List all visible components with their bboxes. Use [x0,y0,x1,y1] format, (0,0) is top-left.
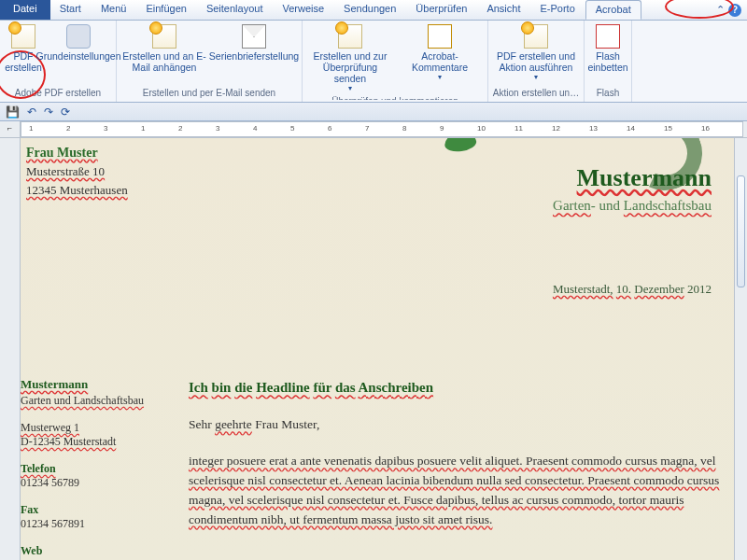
letter-headline: Ich bin die Headline für das Anschreiben [189,377,728,399]
aktion-button[interactable]: PDF erstellen und Aktion ausführen▾ [492,22,580,83]
ruler-tick: 14 [627,124,635,133]
ruler-tick: 3 [104,124,107,133]
body-paragraph: integer posuere erat a ante venenatis da… [189,452,728,530]
ribbon: PDF erstellenGrundeinstellungenAdobe PDF… [0,21,747,103]
ruler-tick: 16 [701,124,710,133]
save-icon[interactable]: 💾 [6,105,20,119]
ruler-corner: ⌐ [0,121,21,137]
ruler-tick: 8 [402,124,406,133]
tab-überprüfen[interactable]: Überprüfen [406,0,477,20]
company-tag-2: - und [591,198,624,213]
ruler-tick: 3 [216,124,219,133]
button-label: Grundeinstellungen [35,50,120,62]
ribbon-tabbar: Datei StartMenüEinfügenSeitenlayoutVerwe… [0,0,747,21]
vertical-ruler[interactable] [0,138,21,560]
gear-icon [66,24,91,49]
group-label: Aktion erstellen un… [492,86,580,100]
recipient-name: Frau Muster [26,146,717,161]
ruler-tick: 1 [141,124,145,133]
flash-icon [596,24,620,49]
tab-menü[interactable]: Menü [92,0,137,20]
ruler-tick: 12 [552,124,560,133]
redo-icon[interactable]: ↷ [44,105,53,119]
headline-word: Anschreiben [359,380,434,395]
tab-file[interactable]: Datei [0,0,50,20]
pdf-icon [11,24,35,49]
pdf-icon [338,24,362,49]
letter-date: Musterstadt, 10. Dezember 2012 [553,282,712,297]
tab-einfügen[interactable]: Einfügen [136,0,196,20]
grundeinstellungen-button[interactable]: Grundeinstellungen [45,22,112,63]
headline-word: für [313,380,331,395]
flash-button[interactable]: Flash einbetten [588,22,627,75]
tab-sendungen[interactable]: Sendungen [334,0,406,20]
button-label: Acrobat-Kommentare [398,50,482,73]
erstellen-email-button[interactable]: Erstellen und an E-Mail anhängen [120,22,208,75]
ruler-tick: 7 [365,124,369,133]
letter-body: Ich bin die Headline für das Anschreiben… [189,377,734,560]
recipient-city: 12345 Musterhausen [26,183,128,197]
dropdown-caret-icon: ▾ [348,84,352,92]
group-label: Überprüfen und kommentieren [306,94,484,100]
tab-ansicht[interactable]: Ansicht [477,0,530,20]
tab-start[interactable]: Start [50,0,92,20]
fax-value: 01234 567891 [21,517,189,531]
serienbrief-button[interactable]: Serienbrieferstellung [210,22,298,63]
document-area: Frau Muster Musterstraße 10 12345 Muster… [0,138,747,560]
ruler-tick: 9 [440,124,444,133]
sender-company: Mustermann [21,377,189,392]
fax-label: Fax [21,503,189,517]
ribbon-group: PDF erstellen und Aktion ausführen▾Aktio… [488,21,585,102]
ribbon-group: Erstellen und zur Überprüfung senden▾Acr… [303,21,488,102]
vertical-scrollbar[interactable] [734,138,747,560]
company-tag-1: Garten [553,198,591,213]
ruler-tick: 6 [328,124,331,133]
pdf-icon [152,24,176,49]
dropdown-caret-icon: ▾ [534,73,538,81]
greeting: Sehr geehrte Frau Muster, [189,415,728,435]
scrollbar-thumb[interactable] [737,175,745,287]
comment-icon [428,24,452,49]
pdf-icon [524,24,548,49]
undo-icon[interactable]: ↶ [27,105,36,119]
headline-word: Headline [256,380,310,395]
horizontal-ruler[interactable]: ⌐ 12312345678910111213141516 [0,121,747,138]
ueberpruefung-button[interactable]: Erstellen und zur Überprüfung senden▾ [306,22,394,94]
tab-verweise[interactable]: Verweise [273,0,334,20]
button-label: Erstellen und zur Überprüfung senden [308,50,392,84]
mail-icon [242,24,266,49]
tab-e-porto[interactable]: E-Porto [530,0,585,20]
sender-sidebar: Mustermann Garten und Landschaftsbau Mus… [21,377,189,560]
quick-access-toolbar: 💾 ↶ ↷ ⟳ [0,103,747,121]
recipient-street: Musterstraße 10 [26,164,105,178]
help-icon[interactable]: ? [728,4,741,17]
dropdown-caret-icon: ▾ [438,73,442,81]
ribbon-collapse-icon[interactable]: ⌃ [716,4,725,16]
tel-value: 01234 56789 [21,476,189,490]
pdf-erstellen-button[interactable]: PDF erstellen [4,22,43,75]
ruler-tick: 11 [514,124,523,133]
button-label: Erstellen und an E-Mail anhängen [122,50,206,73]
group-label: Adobe PDF erstellen [4,86,112,100]
kommentare-button[interactable]: Acrobat-Kommentare▾ [396,22,484,83]
ribbon-group: Flash einbettenFlash [585,21,632,102]
ribbon-group: Erstellen und an E-Mail anhängenSerienbr… [117,21,303,102]
tab-acrobat[interactable]: Acrobat [585,0,641,20]
headline-word: Ich [189,380,208,395]
sync-icon[interactable]: ⟳ [61,105,70,119]
tel-label: Telefon [21,462,189,476]
ruler-tick: 4 [253,124,257,133]
headline-word: bin [212,380,232,395]
group-label: Flash [588,86,627,100]
button-label: PDF erstellen und Aktion ausführen [494,50,578,73]
headline-word: das [335,380,356,395]
ribbon-group: PDF erstellenGrundeinstellungenAdobe PDF… [0,21,117,102]
headline-word: die [234,380,252,395]
document-page[interactable]: Frau Muster Musterstraße 10 12345 Muster… [21,138,734,560]
button-label: Serienbrieferstellung [209,50,299,62]
ruler-tick: 15 [664,124,672,133]
sender-addr2: D-12345 Musterstadt [21,435,189,449]
tab-seitenlayout[interactable]: Seitenlayout [197,0,274,20]
company-block: Mustermann Garten- und Landschaftsbau [553,164,712,214]
button-label: Flash einbetten [587,50,627,73]
